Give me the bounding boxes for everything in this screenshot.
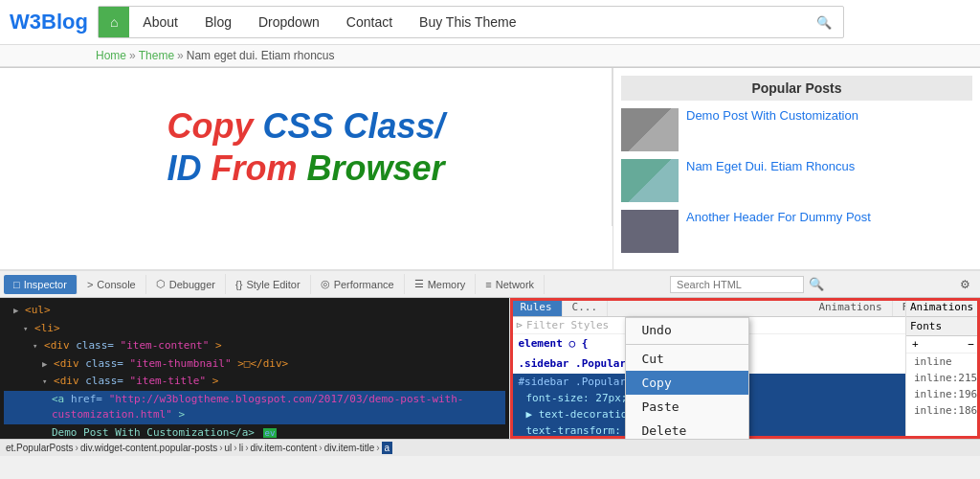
nav-contact[interactable]: Contact xyxy=(333,7,406,37)
tab-console-label: Console xyxy=(97,279,135,290)
plus-icon[interactable]: + xyxy=(912,338,919,351)
html-val: "item-title" xyxy=(130,375,206,387)
settings-icon[interactable]: ⚙ xyxy=(960,278,970,291)
inspector-icon: □ xyxy=(13,279,20,290)
html-line-3: ▾ <div class= "item-content" > xyxy=(4,337,505,355)
triangle-icon: ▾ xyxy=(42,376,47,386)
tab-performance[interactable]: ◎ Performance xyxy=(311,274,405,294)
nav-home-button[interactable]: ⌂ xyxy=(99,7,129,37)
bc-item-3[interactable]: ul xyxy=(225,443,233,453)
tab-inspector[interactable]: □ Inspector xyxy=(4,275,78,294)
post-title-1[interactable]: Demo Post With Customization xyxy=(686,108,858,125)
hero-line2: ID From Browser xyxy=(167,148,444,189)
css-panel-wrapper: Rules C... Animations Fonts + − ⊳ Filter… xyxy=(509,298,980,439)
html-anchor-tag: <a xyxy=(52,393,71,405)
css-tab-computed[interactable]: C... xyxy=(563,298,609,316)
tab-style-editor[interactable]: {} Style Editor xyxy=(226,275,311,294)
popular-post-1: Demo Post With Customization xyxy=(621,108,972,151)
breadcrumb-current: Nam eget dui. Etiam rhoncus xyxy=(187,49,335,62)
tab-debugger[interactable]: ⬡ Debugger xyxy=(146,274,226,294)
filter-styles-label: Filter Styles xyxy=(526,319,609,331)
performance-icon: ◎ xyxy=(321,278,330,290)
style-editor-icon: {} xyxy=(235,279,242,290)
tab-performance-label: Performance xyxy=(334,279,394,290)
hero-text: Copy CSS Class/ ID From Browser xyxy=(167,105,444,188)
html-tag: <div xyxy=(44,339,76,352)
bc-item-2[interactable]: div.widget-content.popular-posts xyxy=(80,443,217,453)
bc-item-1[interactable]: et.PopularPosts xyxy=(6,443,74,453)
context-menu-cut[interactable]: Cut xyxy=(626,347,748,371)
html-tag: <li> xyxy=(34,322,60,334)
fonts-header: Fonts xyxy=(906,317,980,336)
popular-post-3: Another Header For Dummy Post xyxy=(621,210,972,253)
bc-item-5[interactable]: div.item-content xyxy=(250,443,317,453)
nav-search-icon[interactable]: 🔍 xyxy=(805,8,843,37)
html-line-1: ▶ <ul> xyxy=(4,302,505,320)
breadcrumb-home[interactable]: Home xyxy=(96,49,126,62)
html-href-val: "http://w3blogtheme.blogspot.com/2017/03… xyxy=(52,393,464,422)
nav-bar: W3Blog ⌂ About Blog Dropdown Contact Buy… xyxy=(0,0,980,45)
inline-values-panel: Animations Fonts + − inline inline:215 i… xyxy=(905,298,980,439)
html-line-4: ▶ <div class= "item-thumbnail" >□</div> xyxy=(4,355,505,374)
nav-links: ⌂ About Blog Dropdown Contact Buy This T… xyxy=(98,6,844,38)
html-tag: > xyxy=(212,375,219,387)
inline-val-3: inline:196 xyxy=(906,386,980,402)
devtools-tabs: □ Inspector > Console ⬡ Debugger {} Styl… xyxy=(0,271,980,298)
html-tag: > xyxy=(215,339,222,352)
css-selector: element ○ { xyxy=(518,337,588,350)
bc-item-4[interactable]: li xyxy=(239,443,243,453)
breadcrumb-theme[interactable]: Theme xyxy=(139,49,174,62)
search-html-input[interactable] xyxy=(670,276,804,293)
html-tag: <ul> xyxy=(25,304,51,316)
triangle-icon: ▶ xyxy=(42,359,47,369)
html-val: "item-content" xyxy=(121,339,210,352)
html-line-6-selected[interactable]: <a href= "http://w3blogtheme.blogspot.co… xyxy=(4,391,505,424)
nav-about[interactable]: About xyxy=(129,7,191,37)
context-menu-delete[interactable]: Delete xyxy=(626,419,748,439)
tab-console[interactable]: > Console xyxy=(78,275,146,294)
memory-icon: ☰ xyxy=(414,278,424,290)
inline-val-2: inline:215 xyxy=(906,370,980,386)
sidebar-title: Popular Posts xyxy=(621,76,972,101)
content-area: Copy CSS Class/ ID From Browser xyxy=(0,68,612,269)
context-menu-copy[interactable]: Copy xyxy=(626,371,748,395)
filter-icon: ⊳ xyxy=(516,319,523,331)
hero-banner: Copy CSS Class/ ID From Browser xyxy=(0,68,612,226)
nav-blog[interactable]: Blog xyxy=(191,7,245,37)
breadcrumb-sep1: » xyxy=(129,49,136,62)
nav-buy-theme[interactable]: Buy This Theme xyxy=(406,7,529,37)
tab-style-editor-label: Style Editor xyxy=(246,279,300,290)
bc-sep-1: › xyxy=(76,443,78,453)
animations-header: Animations xyxy=(906,298,980,317)
nav-dropdown[interactable]: Dropdown xyxy=(245,7,333,37)
search-icon[interactable]: 🔍 xyxy=(804,275,829,293)
html-tag: <div xyxy=(54,357,85,370)
hero-line1: Copy CSS Class/ xyxy=(167,105,444,147)
context-menu-paste[interactable]: Paste xyxy=(626,395,748,419)
context-menu-undo[interactable]: Undo xyxy=(626,318,748,342)
bottom-breadcrumb: et.PopularPosts › div.widget-content.pop… xyxy=(0,439,980,456)
post-title-2[interactable]: Nam Eget Dui. Etiam Rhoncus xyxy=(686,159,855,175)
popular-post-2: Nam Eget Dui. Etiam Rhoncus xyxy=(621,159,972,202)
hero-word-class: Class/ xyxy=(343,106,444,146)
bc-item-6[interactable]: div.item-title xyxy=(324,443,375,453)
bc-item-7[interactable]: a xyxy=(382,442,393,454)
html-line-7: Demo Post With Customization</a> ev xyxy=(4,424,505,440)
tab-inspector-label: Inspector xyxy=(24,279,67,290)
html-panel: ▶ <ul> ▾ <li> ▾ <div class= "item-conten… xyxy=(0,298,509,439)
hero-word-copy: Copy xyxy=(167,106,262,146)
debugger-icon: ⬡ xyxy=(156,278,166,290)
hero-word-browser: Browser xyxy=(306,148,444,188)
breadcrumb: Home » Theme » Nam eget dui. Etiam rhonc… xyxy=(0,45,980,67)
bc-sep-3: › xyxy=(234,443,236,453)
hero-word-css: CSS xyxy=(262,106,343,146)
css-tab-animations[interactable]: Animations xyxy=(809,298,892,316)
tab-memory[interactable]: ☰ Memory xyxy=(405,274,477,294)
minus-icon[interactable]: − xyxy=(968,338,974,351)
post-thumb-2 xyxy=(621,159,679,202)
inline-val-4: inline:186 xyxy=(906,402,980,419)
breadcrumb-sep2: » xyxy=(177,49,184,62)
tab-network[interactable]: ≡ Network xyxy=(476,275,545,294)
post-title-3[interactable]: Another Header For Dummy Post xyxy=(686,210,871,226)
css-tab-rules[interactable]: Rules xyxy=(510,298,562,316)
